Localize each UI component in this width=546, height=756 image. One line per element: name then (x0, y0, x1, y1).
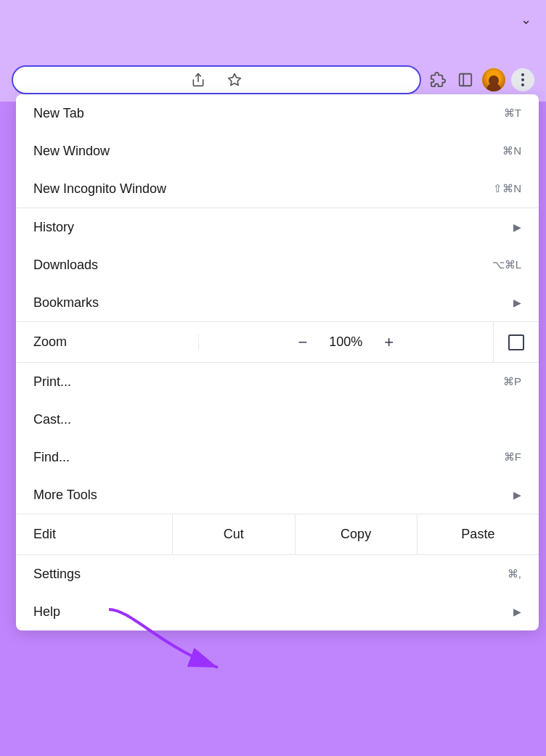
cut-button[interactable]: Cut (173, 514, 295, 555)
zoom-row: Zoom − 100% + (16, 322, 539, 363)
history-label: History (33, 220, 74, 235)
zoom-label: Zoom (16, 334, 199, 350)
edit-label: Edit (16, 514, 173, 555)
bookmarks-label: Bookmarks (33, 295, 99, 311)
nav-section: History ▶ Downloads ⌥⌘L Bookmarks ▶ (16, 208, 539, 322)
new-window-shortcut: ⌘N (502, 144, 521, 157)
zoom-controls: − 100% + (199, 322, 494, 363)
avatar[interactable] (482, 68, 505, 91)
sidebar-icon[interactable] (455, 69, 476, 91)
svg-rect-2 (460, 74, 472, 86)
address-bar[interactable] (12, 65, 421, 94)
dot2 (521, 78, 524, 81)
new-incognito-shortcut: ⇧⌘N (493, 182, 521, 195)
fullscreen-button[interactable] (494, 322, 539, 363)
new-incognito-label: New Incognito Window (33, 181, 166, 197)
browser-header: ⌄ (0, 0, 546, 102)
bookmarks-arrow-icon: ▶ (513, 297, 521, 308)
paste-button[interactable]: Paste (417, 514, 539, 555)
menu-item-help[interactable]: Help ▶ (16, 593, 539, 630)
menu-item-new-window[interactable]: New Window ⌘N (16, 132, 539, 170)
window-section: New Tab ⌘T New Window ⌘N New Incognito W… (16, 94, 539, 208)
find-shortcut: ⌘F (504, 451, 521, 464)
zoom-plus-button[interactable]: + (370, 322, 408, 363)
cast-label: Cast... (33, 412, 71, 427)
menu-item-settings[interactable]: Settings ⌘, (16, 555, 539, 593)
zoom-value: 100% (322, 334, 370, 350)
extensions-icon[interactable] (427, 69, 449, 91)
menu-item-bookmarks[interactable]: Bookmarks ▶ (16, 284, 539, 321)
kebab-menu-button[interactable] (511, 68, 534, 91)
copy-button[interactable]: Copy (296, 514, 417, 555)
menu-item-cast[interactable]: Cast... (16, 400, 539, 438)
downloads-shortcut: ⌥⌘L (492, 258, 521, 271)
menu-item-more-tools[interactable]: More Tools ▶ (16, 476, 539, 514)
bookmark-icon[interactable] (224, 69, 245, 91)
settings-shortcut: ⌘, (508, 567, 521, 580)
edit-row: Edit Cut Copy Paste (16, 514, 539, 555)
help-arrow-icon: ▶ (513, 606, 521, 617)
new-window-label: New Window (33, 144, 110, 159)
downloads-label: Downloads (33, 258, 98, 273)
history-arrow-icon: ▶ (513, 221, 521, 233)
dot3 (521, 83, 524, 86)
menu-item-print[interactable]: Print... ⌘P (16, 363, 539, 400)
menu-item-new-incognito[interactable]: New Incognito Window ⇧⌘N (16, 170, 539, 208)
print-shortcut: ⌘P (503, 375, 521, 388)
new-tab-shortcut: ⌘T (504, 107, 521, 120)
menu-item-new-tab[interactable]: New Tab ⌘T (16, 94, 539, 132)
browser-toolbar (12, 65, 534, 94)
share-icon[interactable] (187, 69, 209, 91)
find-label: Find... (33, 450, 70, 465)
new-tab-label: New Tab (33, 106, 84, 121)
more-tools-arrow-icon: ▶ (513, 489, 521, 501)
bottom-section: Settings ⌘, Help ▶ (16, 555, 539, 630)
help-label: Help (33, 604, 60, 620)
fullscreen-icon (508, 334, 524, 350)
settings-label: Settings (33, 567, 81, 582)
print-label: Print... (33, 374, 71, 390)
chevron-down-icon[interactable]: ⌄ (521, 12, 531, 28)
menu-item-find[interactable]: Find... ⌘F (16, 438, 539, 476)
more-tools-label: More Tools (33, 488, 97, 503)
chrome-menu: New Tab ⌘T New Window ⌘N New Incognito W… (16, 94, 539, 630)
zoom-minus-button[interactable]: − (283, 322, 322, 363)
svg-marker-1 (229, 74, 241, 86)
tools-section: Print... ⌘P Cast... Find... ⌘F More Tool… (16, 363, 539, 514)
menu-item-history[interactable]: History ▶ (16, 208, 539, 246)
menu-item-downloads[interactable]: Downloads ⌥⌘L (16, 246, 539, 284)
dot1 (521, 73, 524, 76)
